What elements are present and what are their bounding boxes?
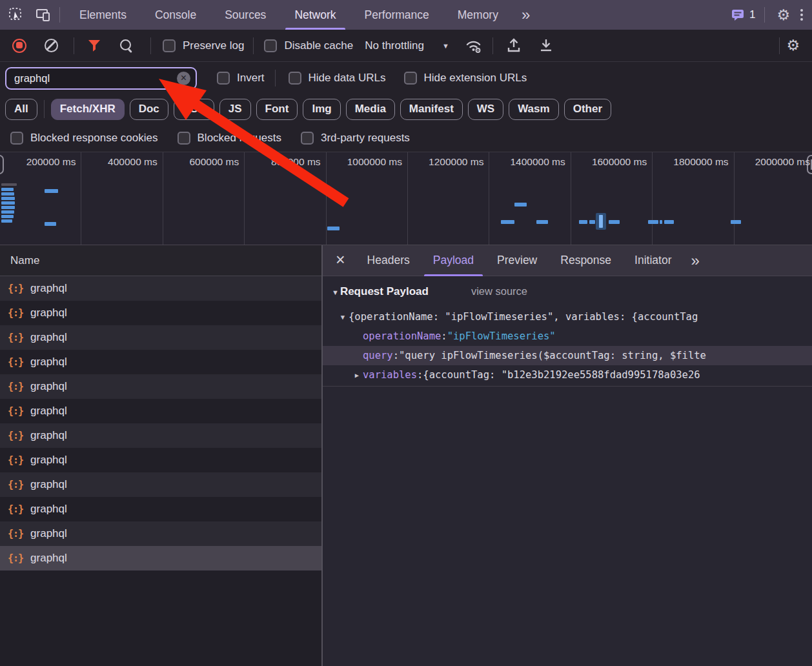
hide-data-urls-checkbox[interactable]: Hide data URLs (289, 72, 386, 85)
payload-tree-row[interactable]: query: "query ipFlowTimeseries($accountT… (323, 346, 812, 365)
request-row[interactable]: {:} graphql (0, 472, 321, 497)
timeline-request-bar[interactable] (1, 210, 14, 214)
resource-type-chip-all[interactable]: All (5, 99, 37, 120)
request-row[interactable]: {:} graphql (0, 423, 321, 448)
request-payload-section-header[interactable]: ▼ Request Payload view source (323, 285, 812, 307)
request-row[interactable]: {:} graphql (0, 399, 321, 423)
expand-triangle-icon[interactable]: ▶ (351, 371, 363, 379)
timeline-request-bar[interactable] (501, 220, 514, 224)
request-row[interactable]: {:} graphql (0, 497, 321, 521)
timeline-request-bar[interactable] (1, 192, 14, 196)
timeline-request-bar[interactable] (731, 220, 741, 224)
timeline-request-bar[interactable] (648, 220, 658, 224)
filter-input[interactable] (14, 72, 177, 85)
blocked-requests-checkbox[interactable]: Blocked requests (178, 132, 281, 145)
collapse-triangle-icon[interactable]: ▼ (337, 313, 349, 321)
resource-type-chip-css[interactable]: CSS (174, 99, 214, 120)
collapse-triangle-icon[interactable]: ▼ (332, 288, 339, 296)
more-detail-tabs-icon[interactable]: » (683, 252, 705, 270)
checkbox[interactable] (10, 132, 23, 145)
tab-response[interactable]: Response (549, 245, 623, 276)
timeline-request-bar[interactable] (1, 197, 15, 200)
inspect-element-icon[interactable] (5, 4, 27, 26)
timeline-request-bar[interactable] (664, 220, 674, 224)
checkbox[interactable] (264, 39, 277, 52)
blocked-response-cookies-checkbox[interactable]: Blocked response cookies (10, 132, 158, 145)
record-network-log-button[interactable] (12, 39, 26, 53)
timeline-request-bar[interactable] (1, 183, 17, 186)
checkbox[interactable] (163, 39, 176, 52)
request-row[interactable]: {:} graphql (0, 521, 321, 546)
network-settings-gear-icon[interactable]: ⚙ (786, 38, 800, 53)
hide-extension-urls-checkbox[interactable]: Hide extension URLs (404, 72, 527, 85)
resource-type-chip-fetch-xhr[interactable]: Fetch/XHR (51, 99, 125, 120)
request-row[interactable]: {:} graphql (0, 448, 321, 472)
device-toolbar-icon[interactable] (32, 4, 54, 26)
request-row[interactable]: {:} graphql (0, 301, 321, 325)
timeline-request-bar[interactable] (45, 189, 58, 193)
network-conditions-icon[interactable] (465, 38, 482, 54)
network-overview-timeline[interactable]: 200000 ms400000 ms600000 ms800000 ms1000… (0, 152, 812, 245)
tab-network[interactable]: Network (280, 0, 350, 30)
tab-preview[interactable]: Preview (485, 245, 549, 276)
tab-initiator[interactable]: Initiator (623, 245, 683, 276)
more-tabs-icon[interactable]: » (513, 6, 538, 24)
resource-type-chip-doc[interactable]: Doc (130, 99, 168, 120)
invert-checkbox[interactable]: Invert (217, 72, 265, 85)
timeline-request-bar[interactable] (514, 203, 527, 207)
request-row[interactable]: {:} graphql (0, 350, 321, 374)
timeline-request-bar[interactable] (599, 215, 603, 228)
settings-gear-icon[interactable]: ⚙ (770, 8, 797, 23)
timeline-request-bar[interactable] (1, 206, 15, 209)
request-row[interactable]: {:} graphql (0, 546, 321, 570)
clear-network-log-icon[interactable] (45, 39, 58, 52)
resource-type-chip-other[interactable]: Other (564, 99, 611, 120)
resource-type-chip-ws[interactable]: WS (468, 99, 503, 120)
request-row[interactable]: {:} graphql (0, 325, 321, 350)
tab-elements[interactable]: Elements (65, 0, 141, 30)
clear-filter-icon[interactable]: × (177, 72, 190, 85)
resource-type-chip-wasm[interactable]: Wasm (509, 99, 558, 120)
timeline-request-bar[interactable] (589, 220, 595, 224)
kebab-menu-icon[interactable] (797, 9, 812, 21)
issues-counter[interactable]: 1 (727, 8, 759, 22)
timeline-request-bar[interactable] (45, 222, 56, 226)
third-party-requests-checkbox[interactable]: 3rd-party requests (301, 132, 410, 145)
resource-type-chip-media[interactable]: Media (346, 99, 395, 120)
payload-tree-row[interactable]: operationName: "ipFlowTimeseries" (323, 327, 812, 346)
checkbox[interactable] (301, 132, 314, 145)
view-source-link[interactable]: view source (471, 285, 527, 298)
tab-console[interactable]: Console (141, 0, 210, 30)
timeline-request-bar[interactable] (1, 219, 12, 223)
tab-performance[interactable]: Performance (350, 0, 443, 30)
payload-preview-row[interactable]: ▼ {operationName: "ipFlowTimeseries", va… (323, 307, 812, 327)
resource-type-chip-manifest[interactable]: Manifest (400, 99, 463, 120)
close-details-icon[interactable]: × (323, 250, 356, 270)
checkbox[interactable] (178, 132, 190, 145)
timeline-request-bar[interactable] (579, 220, 587, 224)
tab-memory[interactable]: Memory (443, 0, 513, 30)
disable-cache-checkbox[interactable]: Disable cache (264, 39, 353, 52)
name-column-header[interactable]: Name (0, 245, 321, 276)
request-row[interactable]: {:} graphql (0, 374, 321, 399)
resource-type-chip-img[interactable]: Img (303, 99, 340, 120)
search-icon[interactable] (119, 39, 134, 53)
timeline-request-bar[interactable] (536, 220, 548, 224)
tab-sources[interactable]: Sources (210, 0, 280, 30)
resource-type-chip-font[interactable]: Font (256, 99, 298, 120)
import-har-icon[interactable] (506, 37, 522, 54)
resource-type-chip-js[interactable]: JS (219, 99, 251, 120)
export-har-icon[interactable] (538, 37, 554, 54)
request-row[interactable]: {:} graphql (0, 276, 321, 301)
timeline-request-bar[interactable] (1, 215, 14, 218)
timeline-request-bar[interactable] (327, 227, 340, 230)
checkbox[interactable] (404, 72, 417, 85)
timeline-request-bar[interactable] (1, 201, 15, 205)
checkbox[interactable] (217, 72, 230, 85)
checkbox[interactable] (289, 72, 301, 85)
timeline-request-bar[interactable] (660, 220, 662, 224)
timeline-request-bar[interactable] (609, 220, 620, 224)
tab-headers[interactable]: Headers (356, 245, 421, 276)
throttling-dropdown[interactable]: No throttling ▼ (365, 39, 449, 52)
tab-payload[interactable]: Payload (421, 245, 485, 276)
